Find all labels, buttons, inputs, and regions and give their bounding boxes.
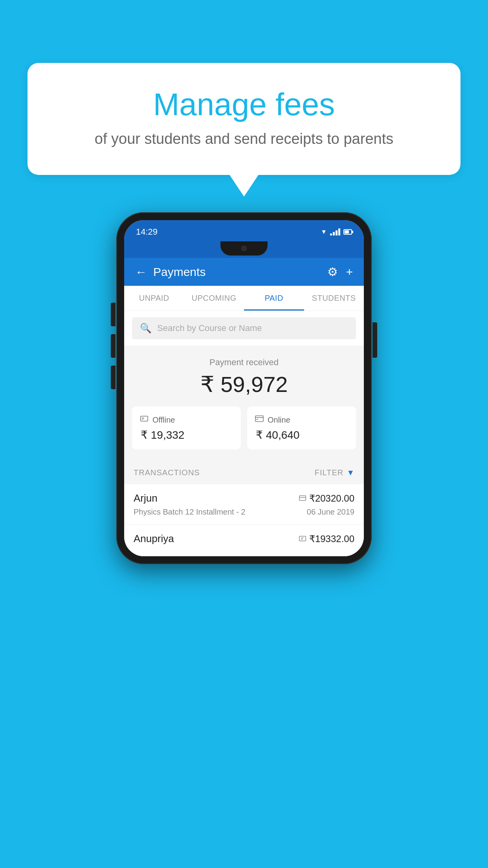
notch	[220, 241, 268, 256]
search-icon: 🔍	[140, 323, 152, 334]
offline-label: Offline	[152, 416, 175, 425]
search-input[interactable]: Search by Course or Name	[157, 323, 262, 333]
battery-icon	[343, 229, 352, 235]
tab-unpaid[interactable]: UNPAID	[124, 286, 184, 311]
filter-container[interactable]: FILTER ▼	[315, 468, 354, 477]
online-amount: ₹ 40,640	[256, 428, 299, 441]
wifi-icon: ▼	[321, 228, 327, 235]
transaction-name: Arjun	[134, 492, 158, 504]
transaction-amount-container: ₹20320.00	[299, 493, 354, 504]
offline-card-header: Offline	[140, 414, 175, 425]
payment-summary: Payment received ₹ 59,972	[124, 346, 364, 461]
svg-rect-4	[299, 496, 306, 500]
signal-icon	[330, 228, 340, 235]
offline-amount: ₹ 19,332	[141, 428, 184, 441]
payment-total-amount: ₹ 59,972	[132, 371, 356, 397]
offline-card: Offline ₹ 19,332	[132, 406, 241, 449]
bubble-subtitle: of your students and send receipts to pa…	[51, 131, 437, 147]
payment-received-label: Payment received	[132, 357, 356, 368]
online-card-header: Online	[255, 414, 290, 425]
svg-rect-1	[255, 416, 263, 422]
bubble-title: Manage fees	[51, 86, 437, 123]
phone-screen: 14:29 ▼	[124, 220, 364, 556]
status-bar: 14:29 ▼	[124, 220, 364, 241]
transactions-header: TRANSACTIONS FILTER ▼	[124, 461, 364, 484]
speech-bubble: Manage fees of your students and send re…	[28, 63, 460, 175]
add-button[interactable]: +	[346, 265, 353, 279]
credit-card-icon	[299, 494, 306, 503]
online-icon	[255, 414, 264, 425]
header-right: ⚙ +	[327, 265, 353, 279]
tabs-container: UNPAID UPCOMING PAID STUDENTS	[124, 286, 364, 311]
settings-button[interactable]: ⚙	[327, 265, 338, 279]
transaction-main-anupriya: Anupriya ₹19332.00	[134, 533, 354, 545]
header-left: ← Payments	[135, 265, 205, 279]
transaction-course: Physics Batch 12 Installment - 2	[134, 508, 246, 517]
filter-label: FILTER	[315, 468, 343, 477]
table-row[interactable]: Anupriya ₹19332.00	[124, 525, 364, 556]
offline-icon	[140, 414, 149, 425]
transaction-name: Anupriya	[134, 533, 174, 545]
transaction-amount: ₹20320.00	[309, 493, 354, 504]
online-card: Online ₹ 40,640	[247, 406, 356, 449]
transaction-sub-arjun: Physics Batch 12 Installment - 2 06 June…	[134, 508, 354, 517]
transactions-label: TRANSACTIONS	[134, 468, 200, 477]
search-bar[interactable]: 🔍 Search by Course or Name	[132, 317, 356, 339]
phone-device: 14:29 ▼	[116, 212, 372, 564]
filter-icon: ▼	[347, 468, 354, 477]
transaction-main-arjun: Arjun ₹20320.00	[134, 492, 354, 504]
phone-outer: 14:29 ▼	[116, 212, 372, 564]
payment-cards: Offline ₹ 19,332	[132, 406, 356, 449]
front-camera	[241, 246, 247, 251]
transaction-amount: ₹19332.00	[309, 533, 354, 544]
app-header: ← Payments ⚙ +	[124, 258, 364, 286]
transaction-date: 06 June 2019	[307, 508, 354, 517]
status-time: 14:29	[136, 227, 158, 237]
table-row[interactable]: Arjun ₹20320.00 Physics Batch 12 Install…	[124, 484, 364, 525]
transaction-amount-container: ₹19332.00	[299, 533, 354, 544]
search-container: 🔍 Search by Course or Name	[124, 311, 364, 346]
rupee-card-icon	[299, 534, 306, 543]
back-button[interactable]: ←	[135, 265, 147, 279]
tab-upcoming[interactable]: UPCOMING	[184, 286, 244, 311]
page-title: Payments	[153, 265, 205, 279]
status-icons: ▼	[321, 228, 352, 235]
tab-students[interactable]: STUDENTS	[304, 286, 364, 311]
online-label: Online	[268, 416, 290, 425]
notch-area	[124, 241, 364, 258]
tab-paid[interactable]: PAID	[244, 286, 304, 311]
